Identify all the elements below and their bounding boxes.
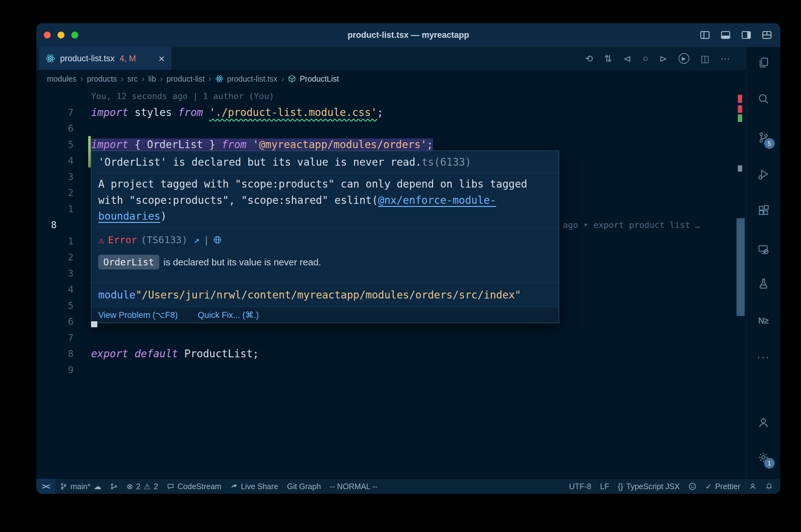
remote-explorer-icon[interactable] (755, 241, 772, 258)
explorer-icon[interactable] (755, 54, 772, 71)
toggle-panel-icon[interactable] (720, 30, 731, 40)
prettier-item[interactable]: ✓ Prettier (701, 479, 745, 494)
run-debug-icon[interactable] (755, 165, 772, 183)
breadcrumb-item[interactable]: ProductList (300, 74, 339, 83)
chevron-right-icon: › (121, 74, 124, 84)
activity-bar: 5 N≥ ··· 1 (746, 47, 780, 479)
line-number: 2 (36, 187, 91, 198)
comment-bubble-icon (167, 482, 174, 490)
eslint-rule-link[interactable]: @nx/enforce-module- (378, 194, 496, 206)
cloud-upload-icon: ☁ (94, 482, 102, 491)
ts-diagnostic-message: 'OrderList' is declared but its value is… (91, 151, 559, 173)
code-line: 7 (36, 330, 746, 346)
github-item[interactable] (684, 479, 701, 494)
git-blame-annotation: You, 12 seconds ago | 1 author (You) (91, 91, 274, 101)
github-icon (688, 482, 696, 490)
more-actions-icon[interactable]: ⋯ (721, 53, 730, 64)
chevron-right-icon: › (281, 74, 284, 84)
account-icon[interactable] (755, 414, 772, 431)
line-number: 3 (36, 268, 91, 279)
vscode-window: product-list.tsx — myreactapp (36, 23, 780, 494)
code-editor[interactable]: You, 12 seconds ago | 1 author (You) 7 i… (36, 88, 746, 479)
view-problem-link[interactable]: View Problem (⌥F8) (98, 310, 178, 320)
titlebar-layout-controls (699, 23, 772, 47)
testing-beaker-icon[interactable] (755, 274, 772, 292)
vim-mode-indicator[interactable]: -- NORMAL -- (325, 479, 382, 494)
additional-views-icon[interactable]: ··· (755, 348, 772, 366)
navigate-forward-icon[interactable]: ⊳ (659, 53, 668, 64)
git-graph-icon (110, 482, 117, 490)
live-share-item[interactable]: Live Share (226, 479, 283, 494)
tab-product-list[interactable]: product-list.tsx 4, M × (39, 47, 171, 70)
codestream-item[interactable]: CodeStream (162, 479, 225, 494)
person-icon (749, 482, 757, 490)
git-branch-item[interactable]: main* ☁ (55, 479, 106, 494)
problems-item[interactable]: ⊗ 2 ⚠ 2 (122, 479, 162, 494)
chevron-right-icon: › (160, 74, 163, 84)
line-number: 7 (36, 107, 91, 118)
compare-changes-icon[interactable]: ⇅ (604, 53, 612, 64)
line-number: 1 (36, 204, 91, 214)
line-number: 8 (51, 220, 57, 230)
run-file-icon[interactable]: ▶ (679, 53, 689, 64)
remote-indicator[interactable]: >< (36, 479, 55, 494)
split-editor-icon[interactable]: ◫ (700, 53, 709, 64)
error-detail-section: ⚠ Error (TS6133) ↗ | OrderList is declar… (91, 228, 559, 283)
open-external-icon[interactable]: ↗ (194, 234, 200, 245)
line-number: 7 (36, 332, 91, 343)
notifications-item[interactable] (761, 479, 777, 494)
extensions-icon[interactable] (755, 202, 772, 219)
scrollbar-thumb[interactable] (736, 218, 745, 316)
feedback-item[interactable] (745, 479, 761, 494)
zoom-window-button[interactable] (71, 32, 78, 38)
breadcrumb-item[interactable]: products (87, 74, 117, 83)
source-control-badge: 5 (764, 138, 775, 149)
overview-ruler-cursor-mark (738, 165, 742, 172)
settings-badge: 1 (764, 458, 775, 469)
overview-ruler-error-mark (738, 105, 742, 113)
line-number: 2 (36, 252, 91, 263)
code-line: 7 import styles from './product-list.mod… (36, 104, 746, 121)
code-line: 9 (36, 362, 746, 378)
hover-tooltip: 'OrderList' is declared but its value is… (91, 151, 559, 323)
eslint-rule-link[interactable]: boundaries (98, 210, 161, 222)
window-title: product-list.tsx — myreactapp (36, 23, 780, 47)
search-icon[interactable] (755, 90, 772, 108)
eol-item[interactable]: LF (596, 479, 614, 494)
toggle-sidebar-icon[interactable] (699, 30, 710, 40)
tab-label: product-list.tsx (60, 54, 114, 63)
language-mode-item[interactable]: {} TypeScript JSX (614, 479, 684, 494)
close-tab-icon[interactable]: × (158, 53, 165, 64)
navigate-back-icon[interactable]: ⊲ (623, 53, 631, 64)
close-window-button[interactable] (44, 32, 51, 38)
breadcrumb: modules › products › src › lib › product… (36, 70, 746, 88)
warning-triangle-icon: ⚠ (98, 234, 104, 245)
titlebar: product-list.tsx — myreactapp (36, 23, 780, 47)
breadcrumb-item[interactable]: modules (47, 74, 77, 83)
line-number: 5 (36, 139, 91, 150)
breadcrumb-item[interactable]: lib (148, 74, 156, 83)
circle-icon[interactable]: ○ (642, 53, 648, 64)
settings-gear-icon[interactable]: 1 (755, 449, 772, 466)
toggle-secondary-sidebar-icon[interactable] (741, 30, 751, 40)
react-icon (46, 54, 55, 63)
source-control-icon[interactable]: 5 (755, 129, 772, 146)
globe-icon[interactable] (213, 235, 222, 244)
timeline-icon[interactable]: ⟲ (585, 53, 593, 64)
git-graph-icon-item[interactable] (106, 479, 122, 494)
symbol-cube-icon (288, 75, 296, 83)
breadcrumb-item[interactable]: product-list (166, 74, 205, 83)
minimize-window-button[interactable] (58, 32, 65, 38)
warning-triangle-icon: ⚠ (144, 482, 150, 491)
code-line: 6 (36, 120, 746, 137)
quick-fix-link[interactable]: Quick Fix... (⌘.) (198, 310, 259, 320)
code-line: 5 import { OrderList } from '@myreactapp… (36, 137, 746, 153)
braces-icon: {} (618, 482, 623, 491)
breadcrumb-item[interactable]: src (127, 74, 138, 83)
breadcrumb-item[interactable]: product-list.tsx (227, 74, 277, 83)
git-graph-item[interactable]: Git Graph (283, 479, 325, 494)
nx-console-icon[interactable]: N≥ (755, 312, 772, 329)
encoding-item[interactable]: UTF-8 (565, 479, 596, 494)
hover-resize-handle[interactable] (91, 321, 97, 327)
customize-layout-icon[interactable] (762, 30, 772, 40)
